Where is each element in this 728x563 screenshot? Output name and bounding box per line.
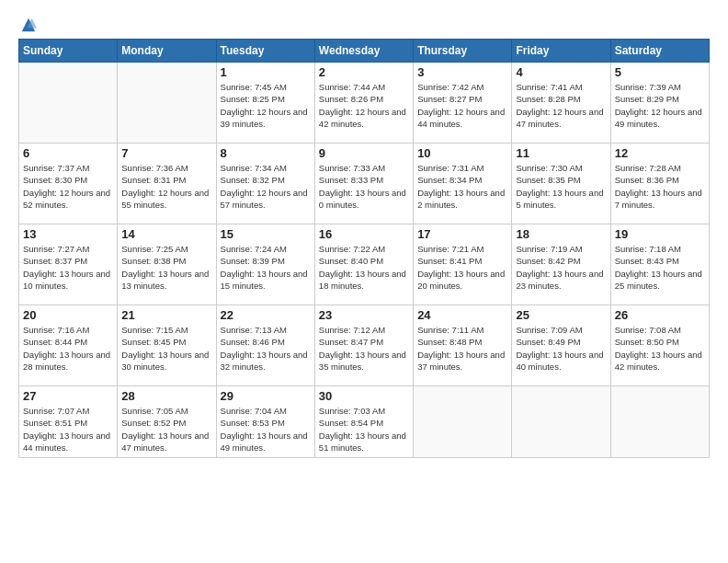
calendar-cell: 9Sunrise: 7:33 AM Sunset: 8:33 PM Daylig… [314,144,413,224]
calendar-cell: 23Sunrise: 7:12 AM Sunset: 8:47 PM Dayli… [314,305,413,386]
calendar-cell: 12Sunrise: 7:28 AM Sunset: 8:36 PM Dayli… [610,144,709,224]
day-number: 15 [221,227,311,241]
day-number: 25 [516,308,606,322]
day-number: 20 [23,308,113,322]
day-info: Sunrise: 7:22 AM Sunset: 8:40 PM Dayligh… [319,243,409,292]
calendar-cell: 29Sunrise: 7:04 AM Sunset: 8:53 PM Dayli… [216,386,314,458]
day-number: 27 [23,389,113,403]
calendar-cell: 3Sunrise: 7:42 AM Sunset: 8:27 PM Daylig… [414,63,512,144]
calendar-cell: 15Sunrise: 7:24 AM Sunset: 8:39 PM Dayli… [216,224,314,305]
calendar-cell: 11Sunrise: 7:30 AM Sunset: 8:35 PM Dayli… [512,144,610,224]
day-number: 23 [319,308,409,322]
day-info: Sunrise: 7:27 AM Sunset: 8:37 PM Dayligh… [23,243,113,292]
day-info: Sunrise: 7:12 AM Sunset: 8:47 PM Dayligh… [319,324,409,373]
calendar-cell: 25Sunrise: 7:09 AM Sunset: 8:49 PM Dayli… [512,305,610,386]
day-info: Sunrise: 7:11 AM Sunset: 8:48 PM Dayligh… [417,324,507,373]
calendar-cell: 27Sunrise: 7:07 AM Sunset: 8:51 PM Dayli… [19,386,118,458]
col-wednesday: Wednesday [314,40,413,63]
calendar-cell: 7Sunrise: 7:36 AM Sunset: 8:31 PM Daylig… [118,144,216,224]
calendar-cell: 4Sunrise: 7:41 AM Sunset: 8:28 PM Daylig… [512,63,610,144]
day-number: 22 [221,308,311,322]
calendar-cell: 5Sunrise: 7:39 AM Sunset: 8:29 PM Daylig… [610,63,709,144]
calendar-cell: 17Sunrise: 7:21 AM Sunset: 8:41 PM Dayli… [414,224,512,305]
calendar-cell: 20Sunrise: 7:16 AM Sunset: 8:44 PM Dayli… [19,305,118,386]
day-info: Sunrise: 7:39 AM Sunset: 8:29 PM Dayligh… [615,81,705,130]
day-number: 12 [615,146,705,160]
day-number: 16 [319,227,409,241]
day-number: 30 [319,389,409,403]
day-info: Sunrise: 7:09 AM Sunset: 8:49 PM Dayligh… [516,324,606,373]
day-info: Sunrise: 7:44 AM Sunset: 8:26 PM Dayligh… [319,81,409,130]
calendar-cell: 21Sunrise: 7:15 AM Sunset: 8:45 PM Dayli… [118,305,216,386]
calendar-cell: 30Sunrise: 7:03 AM Sunset: 8:54 PM Dayli… [314,386,413,458]
day-info: Sunrise: 7:04 AM Sunset: 8:53 PM Dayligh… [221,405,311,454]
day-info: Sunrise: 7:41 AM Sunset: 8:28 PM Dayligh… [516,81,606,130]
calendar-cell: 13Sunrise: 7:27 AM Sunset: 8:37 PM Dayli… [19,224,118,305]
calendar-cell: 14Sunrise: 7:25 AM Sunset: 8:38 PM Dayli… [118,224,216,305]
day-number: 9 [319,146,409,160]
day-number: 24 [417,308,507,322]
day-info: Sunrise: 7:13 AM Sunset: 8:46 PM Dayligh… [221,324,311,373]
col-tuesday: Tuesday [216,40,314,63]
day-info: Sunrise: 7:24 AM Sunset: 8:39 PM Dayligh… [221,243,311,292]
col-saturday: Saturday [610,40,709,63]
logo-icon [20,17,37,33]
day-number: 6 [23,146,113,160]
calendar-cell: 28Sunrise: 7:05 AM Sunset: 8:52 PM Dayli… [118,386,216,458]
calendar-cell [414,386,512,458]
day-number: 11 [516,146,606,160]
header [18,17,710,29]
page: Sunday Monday Tuesday Wednesday Thursday… [0,0,728,563]
day-info: Sunrise: 7:18 AM Sunset: 8:43 PM Dayligh… [615,243,705,292]
day-number: 5 [615,65,705,79]
day-info: Sunrise: 7:42 AM Sunset: 8:27 PM Dayligh… [417,81,507,130]
logo [18,17,37,29]
calendar-cell: 19Sunrise: 7:18 AM Sunset: 8:43 PM Dayli… [610,224,709,305]
day-info: Sunrise: 7:07 AM Sunset: 8:51 PM Dayligh… [23,405,113,454]
day-info: Sunrise: 7:05 AM Sunset: 8:52 PM Dayligh… [121,405,211,454]
calendar-cell: 6Sunrise: 7:37 AM Sunset: 8:30 PM Daylig… [19,144,118,224]
day-info: Sunrise: 7:08 AM Sunset: 8:50 PM Dayligh… [615,324,705,373]
calendar-cell: 2Sunrise: 7:44 AM Sunset: 8:26 PM Daylig… [314,63,413,144]
calendar-cell [610,386,709,458]
calendar-cell [118,63,216,144]
day-number: 10 [417,146,507,160]
day-number: 2 [319,65,409,79]
day-info: Sunrise: 7:21 AM Sunset: 8:41 PM Dayligh… [417,243,507,292]
day-info: Sunrise: 7:28 AM Sunset: 8:36 PM Dayligh… [615,162,705,211]
col-monday: Monday [118,40,216,63]
day-number: 18 [516,227,606,241]
day-info: Sunrise: 7:19 AM Sunset: 8:42 PM Dayligh… [516,243,606,292]
day-info: Sunrise: 7:33 AM Sunset: 8:33 PM Dayligh… [319,162,409,211]
calendar-cell [512,386,610,458]
day-info: Sunrise: 7:15 AM Sunset: 8:45 PM Dayligh… [121,324,211,373]
day-number: 17 [417,227,507,241]
day-info: Sunrise: 7:45 AM Sunset: 8:25 PM Dayligh… [221,81,311,130]
calendar: Sunday Monday Tuesday Wednesday Thursday… [18,39,710,458]
day-number: 14 [121,227,211,241]
day-info: Sunrise: 7:37 AM Sunset: 8:30 PM Dayligh… [23,162,113,211]
day-info: Sunrise: 7:36 AM Sunset: 8:31 PM Dayligh… [121,162,211,211]
day-number: 4 [516,65,606,79]
day-number: 1 [221,65,311,79]
calendar-cell: 26Sunrise: 7:08 AM Sunset: 8:50 PM Dayli… [610,305,709,386]
day-info: Sunrise: 7:03 AM Sunset: 8:54 PM Dayligh… [319,405,409,454]
calendar-cell: 24Sunrise: 7:11 AM Sunset: 8:48 PM Dayli… [414,305,512,386]
day-number: 19 [615,227,705,241]
calendar-cell: 22Sunrise: 7:13 AM Sunset: 8:46 PM Dayli… [216,305,314,386]
day-number: 3 [417,65,507,79]
col-thursday: Thursday [414,40,512,63]
day-info: Sunrise: 7:31 AM Sunset: 8:34 PM Dayligh… [417,162,507,211]
day-info: Sunrise: 7:16 AM Sunset: 8:44 PM Dayligh… [23,324,113,373]
day-number: 28 [121,389,211,403]
calendar-cell: 1Sunrise: 7:45 AM Sunset: 8:25 PM Daylig… [216,63,314,144]
calendar-header-row: Sunday Monday Tuesday Wednesday Thursday… [19,40,710,63]
day-info: Sunrise: 7:30 AM Sunset: 8:35 PM Dayligh… [516,162,606,211]
day-info: Sunrise: 7:25 AM Sunset: 8:38 PM Dayligh… [121,243,211,292]
col-sunday: Sunday [19,40,118,63]
calendar-cell: 16Sunrise: 7:22 AM Sunset: 8:40 PM Dayli… [314,224,413,305]
day-number: 13 [23,227,113,241]
day-number: 26 [615,308,705,322]
calendar-cell: 18Sunrise: 7:19 AM Sunset: 8:42 PM Dayli… [512,224,610,305]
day-number: 7 [121,146,211,160]
